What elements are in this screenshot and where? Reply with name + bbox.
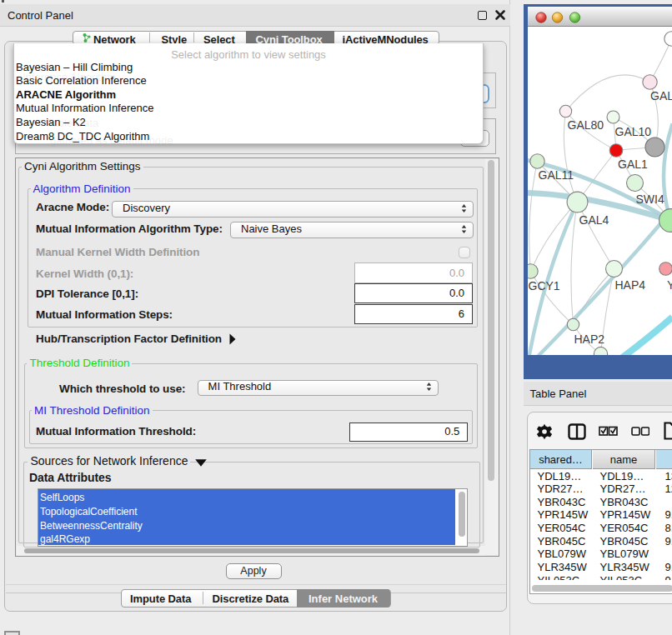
svg-text:SWI4: SWI4 — [635, 192, 664, 206]
svg-text:GAL10: GAL10 — [614, 124, 651, 138]
svg-text:GCY1: GCY1 — [528, 278, 559, 292]
svg-text:HAP4: HAP4 — [614, 278, 645, 291]
svg-text:HAP2: HAP2 — [574, 332, 604, 346]
svg-text:GAL4: GAL4 — [579, 212, 609, 226]
svg-text:GAL11: GAL11 — [538, 168, 574, 182]
svg-text:GAL: GAL — [650, 88, 672, 102]
svg-text:Y: Y — [667, 278, 672, 292]
svg-text:GAL1: GAL1 — [618, 158, 648, 171]
svg-text:GAL80: GAL80 — [567, 118, 604, 131]
